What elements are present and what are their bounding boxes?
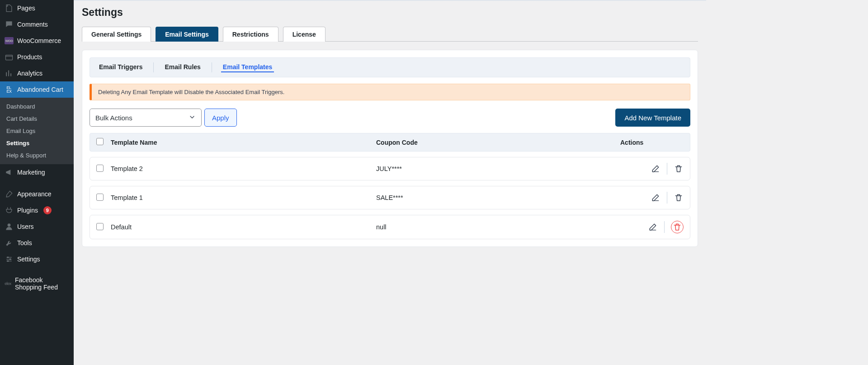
primary-tabs: General Settings Email Settings Restrict… (82, 27, 698, 42)
submenu-label: Cart Details (6, 115, 37, 122)
sidebar-item-pages[interactable]: Pages (0, 0, 74, 16)
delete-button[interactable] (671, 221, 684, 233)
subtab-email-templates[interactable]: Email Templates (221, 62, 274, 72)
tab-restrictions[interactable]: Restrictions (223, 27, 278, 42)
woocommerce-icon: woo (5, 36, 14, 45)
sidebar-item-label: WooCommerce (17, 37, 61, 44)
submenu-email-logs[interactable]: Email Logs (0, 125, 74, 137)
pages-icon (5, 4, 14, 13)
sidebar-item-label: Products (17, 53, 42, 61)
wrench-icon (5, 238, 14, 247)
elex-icon: ELEX (5, 85, 14, 94)
top-accent-line (74, 0, 706, 1)
svg-point-1 (8, 223, 11, 227)
submenu-help-support[interactable]: Help & Support (0, 149, 74, 161)
cell-coupon-code: null (376, 223, 620, 231)
products-icon (5, 52, 14, 62)
sidebar-item-analytics[interactable]: Analytics (0, 65, 74, 81)
settings-panel: Email Triggers Email Rules Email Templat… (82, 50, 698, 247)
table-row: Template 2 JULY**** (90, 157, 690, 180)
sliders-icon (5, 255, 14, 264)
right-gutter (706, 0, 868, 365)
elex-icon: elex (5, 279, 11, 288)
subtab-label: Email Triggers (99, 63, 142, 71)
sidebar-item-marketing[interactable]: Marketing (0, 164, 74, 180)
row-checkbox[interactable] (96, 165, 104, 172)
admin-sidebar: Pages Comments woo WooCommerce Products … (0, 0, 74, 365)
cell-template-name: Template 1 (111, 194, 376, 201)
sidebar-item-settings[interactable]: Settings (0, 251, 74, 267)
warning-banner: Deleting Any Email Template will Disable… (90, 84, 690, 100)
header-coupon-code: Coupon Code (376, 139, 620, 146)
page-title: Settings (82, 6, 698, 19)
svg-point-4 (7, 261, 9, 262)
submenu-label: Help & Support (6, 152, 46, 159)
submenu-dashboard[interactable]: Dashboard (0, 100, 74, 113)
sidebar-item-woocommerce[interactable]: woo WooCommerce (0, 33, 74, 49)
warning-text: Deleting Any Email Template will Disable… (98, 89, 284, 95)
chevron-down-icon (189, 114, 196, 122)
user-icon (5, 222, 14, 231)
bulk-actions-select[interactable]: Bulk Actions (90, 109, 202, 127)
plug-icon (5, 206, 14, 215)
cell-template-name: Default (111, 223, 376, 231)
tab-email-settings[interactable]: Email Settings (156, 27, 218, 42)
svg-point-2 (7, 256, 9, 258)
table-row: Default null (90, 215, 690, 239)
submenu-settings[interactable]: Settings (0, 137, 74, 149)
cell-coupon-code: SALE**** (376, 194, 620, 201)
sidebar-item-label: Pages (17, 5, 35, 12)
tab-license[interactable]: License (283, 27, 326, 42)
submenu-cart-details[interactable]: Cart Details (0, 113, 74, 125)
add-new-template-button[interactable]: Add New Template (615, 109, 690, 127)
submenu-label: Email Logs (6, 128, 35, 134)
sidebar-item-label: Settings (17, 256, 40, 263)
sidebar-item-label: Comments (17, 21, 48, 28)
sidebar-item-label: Users (17, 223, 34, 230)
sidebar-item-users[interactable]: Users (0, 218, 74, 235)
svg-point-3 (9, 258, 11, 260)
sidebar-item-comments[interactable]: Comments (0, 16, 74, 33)
sidebar-item-label: Plugins (17, 207, 38, 214)
delete-button[interactable] (674, 164, 684, 174)
table-toolbar: Bulk Actions Apply Add New Template (90, 109, 690, 127)
sidebar-item-label: Analytics (17, 70, 42, 77)
plugins-update-badge: 9 (43, 206, 52, 214)
sidebar-item-label: Appearance (17, 190, 52, 198)
select-all-checkbox[interactable] (96, 138, 104, 145)
sidebar-item-label: Facebook Shopping Feed (15, 276, 69, 291)
edit-button[interactable] (648, 222, 658, 232)
abandoned-cart-submenu: Dashboard Cart Details Email Logs Settin… (0, 98, 74, 164)
delete-button[interactable] (674, 193, 684, 203)
brush-icon (5, 190, 14, 199)
subtab-email-triggers[interactable]: Email Triggers (97, 62, 144, 72)
table-row: Template 1 SALE**** (90, 186, 690, 209)
tab-label: General Settings (91, 31, 142, 38)
bulk-select-label: Bulk Actions (95, 114, 132, 122)
subtab-label: Email Rules (165, 63, 200, 71)
header-template-name: Template Name (111, 139, 376, 146)
sidebar-item-appearance[interactable]: Appearance (0, 186, 74, 202)
sidebar-item-products[interactable]: Products (0, 49, 74, 65)
subtab-divider (212, 62, 212, 72)
edit-button[interactable] (651, 193, 660, 203)
sidebar-item-label: Marketing (17, 169, 45, 176)
tab-general-settings[interactable]: General Settings (82, 27, 151, 42)
sidebar-item-plugins[interactable]: Plugins 9 (0, 202, 74, 218)
sidebar-item-label: Abandoned Cart (17, 86, 63, 93)
action-divider (667, 192, 667, 204)
row-checkbox[interactable] (96, 223, 104, 230)
edit-button[interactable] (651, 164, 660, 174)
table-header: Template Name Coupon Code Actions (90, 133, 690, 152)
sidebar-item-label: Tools (17, 239, 32, 246)
tab-label: Restrictions (232, 31, 269, 38)
subtab-email-rules[interactable]: Email Rules (163, 62, 202, 72)
main-content: Settings General Settings Email Settings… (74, 0, 706, 365)
megaphone-icon (5, 168, 14, 177)
sidebar-item-abandoned-cart[interactable]: ELEX Abandoned Cart (0, 81, 74, 98)
row-checkbox[interactable] (96, 194, 104, 201)
header-actions: Actions (620, 139, 684, 146)
apply-button[interactable]: Apply (204, 109, 237, 127)
sidebar-item-facebook-feed[interactable]: elex Facebook Shopping Feed (0, 273, 74, 294)
sidebar-item-tools[interactable]: Tools (0, 235, 74, 251)
